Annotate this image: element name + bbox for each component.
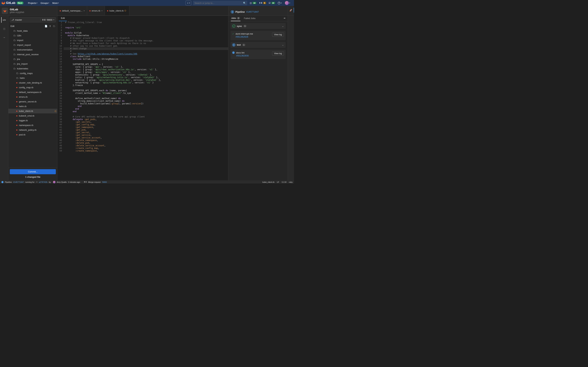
tab-errors-rb[interactable]: ◆errors.rb× [87, 6, 105, 15]
rail-edit[interactable]: </> [1, 17, 7, 23]
tab-kube_client-rb[interactable]: ◆kube_client.rb [105, 6, 129, 15]
tree-config_maps[interactable]: 🗀config_maps [9, 71, 57, 76]
project-avatar [2, 8, 8, 14]
upload-icon[interactable]: ⬆ [49, 25, 51, 27]
chevron-down-icon: ▾ [53, 19, 54, 21]
modified-icon [125, 10, 126, 11]
nav-help[interactable]: ?▾ [278, 2, 282, 4]
commit-button[interactable]: Commit... [10, 169, 56, 174]
commit-icon: ⊸ [3, 36, 5, 39]
help-icon: ? [278, 2, 280, 4]
stage-test[interactable]: test1⌄ [231, 42, 285, 48]
branch-icon: ⎇ [11, 18, 14, 21]
ruby-icon: ◆ [16, 96, 17, 98]
chevron-down-icon: ⌄ [282, 43, 284, 46]
tab-default_namespac-[interactable]: ◆default_namespac...× [57, 6, 87, 15]
success-icon: ✓ [232, 33, 234, 35]
sb-lang: ruby [289, 181, 293, 183]
view-log-button[interactable]: View log [272, 33, 284, 37]
tree-config_map-rb[interactable]: ◆config_map.rb [9, 85, 57, 90]
folder-icon: 🗀 [16, 72, 18, 75]
tree-hook_data[interactable]: 🗀hook_data [9, 28, 57, 33]
new-folder-icon[interactable]: 🗀 [53, 25, 55, 27]
job-link[interactable]: #551362928 [235, 35, 271, 38]
folder-icon: 🗀 [13, 58, 16, 60]
nav-issues[interactable]: ◫10 [250, 2, 256, 4]
nav-more[interactable]: More▾ [51, 1, 60, 5]
nav-groups[interactable]: Groups▾ [39, 1, 51, 5]
rail-commit[interactable]: ⊸ [1, 35, 7, 40]
tree-kube_client-rb[interactable]: ◆kube_client.rb [9, 109, 57, 113]
nav-projects[interactable]: Projects▾ [26, 1, 39, 5]
sb-mr-id[interactable]: !9800 [102, 181, 107, 183]
stage-sync[interactable]: ✓sync1⌄ [231, 23, 285, 29]
code-icon: </> [3, 19, 6, 21]
sb-commit[interactable]: a278742b [39, 181, 47, 183]
tree-instrumentation[interactable]: 🗀instrumentation [9, 47, 57, 52]
search-input[interactable] [194, 2, 243, 4]
status-bar: Pipeline #145771847 running for ⊸ a27874… [0, 180, 294, 184]
tree-namespace-rb[interactable]: ◆namespace.rb [9, 123, 57, 128]
project-path: gitlab-org/gitlab [10, 11, 24, 13]
rail-review[interactable]: ◫ [1, 26, 7, 32]
tree-import[interactable]: 🗀import [9, 38, 57, 43]
nav-menu: Projects▾ Groups▾ More▾ [26, 1, 60, 5]
job-docs-lint: docs lint#551362930View log [231, 50, 285, 59]
sb-pipeline-id[interactable]: #145771847 [13, 181, 24, 183]
ruby-icon: ◆ [16, 100, 17, 103]
jobs-tab[interactable]: Jobs2 [231, 16, 241, 21]
nav-todos[interactable]: ☑10 [269, 2, 275, 4]
tree-jira[interactable]: 🗀jira [9, 57, 57, 61]
nav-mrs[interactable]: ⬆⬇5 [259, 2, 266, 4]
code-editor[interactable]: 1234567891011121314151617181920212223242… [57, 21, 228, 180]
plus-icon: ＋ [187, 1, 189, 5]
failed-jobs-tab[interactable]: Failed Jobs [244, 16, 256, 21]
new-menu[interactable]: ＋▾ [185, 1, 191, 5]
close-icon[interactable]: × [84, 9, 85, 12]
user-menu[interactable]: ▾ [284, 1, 290, 5]
modified-icon [55, 110, 56, 112]
editor-area: Edit 12345678910111213141516171819202122… [57, 16, 228, 180]
rocket-icon[interactable]: 🚀 [289, 8, 294, 13]
job-link[interactable]: #551362930 [236, 54, 271, 57]
tree-kubectl_cmd-rb[interactable]: ◆kubectl_cmd.rb [9, 113, 57, 118]
tree-helm[interactable]: 🗀helm [9, 76, 57, 80]
running-icon [232, 51, 235, 54]
tree-logger-rb[interactable]: ◆logger.rb [9, 118, 57, 123]
mr-icon: ⬆⬇ [259, 2, 262, 4]
close-icon[interactable]: × [101, 9, 103, 12]
tree-generic_secret-rb[interactable]: ◆generic_secret.rb [9, 99, 57, 104]
tree-jira_import[interactable]: 🗀jira_import [9, 61, 57, 66]
gitlab-logo[interactable]: GitLab Next [1, 1, 24, 5]
pipeline-header: Pipeline #145771847 [228, 6, 288, 16]
panel-collapse-icon[interactable]: ⇥ [283, 16, 285, 21]
tree-cluster_role_binding-rb[interactable]: ◆cluster_role_binding.rb [9, 80, 57, 85]
tree-helm-rb[interactable]: ◆helm.rb [9, 104, 57, 109]
branch-selector[interactable]: ⎇ master ⬆⬇!9800 ▾ [10, 17, 56, 22]
sb-time: 2 minutes ago [68, 181, 80, 183]
tree-kubernetes[interactable]: 🗀kubernetes [9, 66, 57, 71]
folder-icon: 🗀 [16, 77, 18, 79]
folder-icon: 🗀 [13, 53, 16, 56]
tree-errors-rb[interactable]: ◆errors.rb [9, 95, 57, 99]
folder-icon: 🗀 [13, 44, 16, 46]
file-tree: 🗀hook_data🗀i18n🗀import🗀import_export🗀ins… [9, 28, 57, 167]
tree-pod-rb[interactable]: ◆pod.rb [9, 132, 57, 137]
folder-icon: 🗀 [13, 39, 16, 42]
project-name: GitLab [10, 8, 24, 11]
tanuki-icon [1, 1, 5, 5]
tree-network_policy-rb[interactable]: ◆network_policy.rb [9, 128, 57, 132]
editor-tabs: ◆default_namespac...×◆errors.rb×◆kube_cl… [57, 6, 228, 16]
new-file-icon[interactable]: 📄 [45, 25, 47, 27]
tree-i18n[interactable]: 🗀i18n [9, 33, 57, 38]
sb-file: kube_client.rb [262, 181, 275, 183]
view-log-button[interactable]: View log [272, 51, 284, 56]
tree-default_namespace-rb[interactable]: ◆default_namespace.rb [9, 90, 57, 95]
editor-mode-tab[interactable]: Edit [59, 16, 67, 21]
pipeline-id-link[interactable]: #145771847 [246, 10, 259, 13]
ruby-icon: ◆ [16, 133, 17, 136]
tree-import_export[interactable]: 🗀import_export [9, 43, 57, 47]
ruby-icon: ◆ [60, 10, 61, 12]
tree-internal_post_receive[interactable]: 🗀internal_post_receive [9, 52, 57, 57]
sb-pipeline-label: Pipeline [5, 181, 12, 183]
